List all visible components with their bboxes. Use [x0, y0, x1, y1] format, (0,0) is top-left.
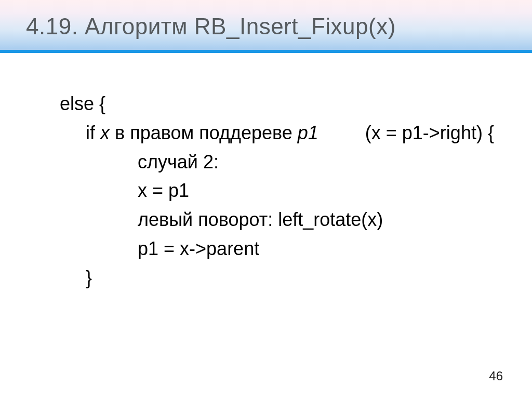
page-number: 46	[489, 369, 503, 383]
code-line-if: if x в правом поддереве p1 (x = p1->righ…	[86, 118, 501, 148]
code-text: if	[86, 122, 100, 143]
slide: 4.19. Алгоритм RB_Insert_Fixup(x) else {…	[0, 0, 532, 399]
code-line-closebrace: }	[86, 263, 501, 292]
code-line-parent: p1 = x->parent	[138, 234, 501, 263]
code-text: в правом поддереве	[110, 122, 298, 143]
code-line-else: else {	[60, 89, 501, 118]
code-line-case: случай 2:	[138, 148, 501, 177]
slide-body: else { if x в правом поддереве p1 (x = p…	[0, 53, 532, 292]
code-line-assign: x = p1	[138, 176, 501, 205]
code-var-x: x	[100, 122, 110, 143]
code-line-rotate: левый поворот: left_rotate(x)	[138, 205, 501, 234]
slide-title: 4.19. Алгоритм RB_Insert_Fixup(x)	[0, 0, 532, 50]
code-text: (x = p1->right) {	[318, 122, 494, 143]
code-var-p1: p1	[298, 122, 318, 143]
